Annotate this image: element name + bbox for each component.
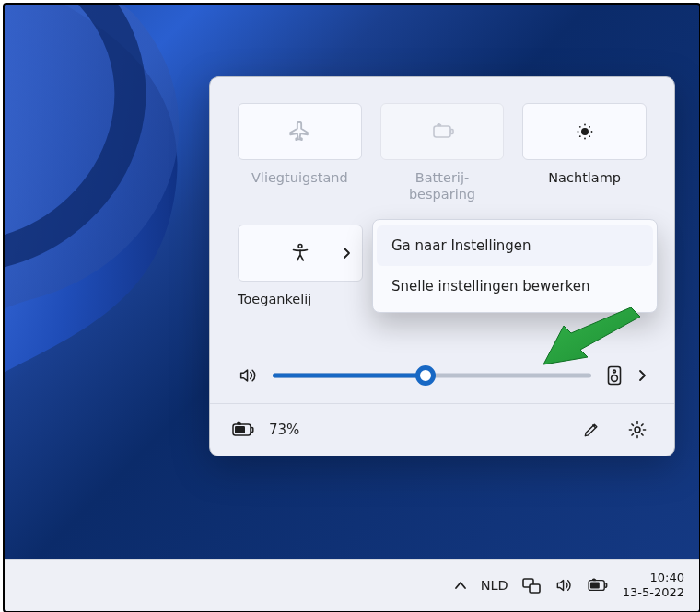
svg-rect-0 xyxy=(434,126,450,137)
tile-battery-saver: Batterij- besparing xyxy=(380,103,505,202)
tile-night-light: Nachtlamp xyxy=(522,103,647,202)
context-menu-item-go-to-settings[interactable]: Ga naar Instellingen xyxy=(377,225,653,266)
context-menu-item-label: Ga naar Instellingen xyxy=(391,237,531,254)
svg-point-13 xyxy=(613,370,616,373)
edit-button[interactable] xyxy=(575,413,608,446)
airplane-mode-label: Vliegtuigstand xyxy=(251,169,348,186)
audio-output-icon[interactable] xyxy=(606,364,623,387)
tile-airplane-mode: Vliegtuigstand xyxy=(238,103,362,202)
svg-point-7 xyxy=(579,126,581,128)
night-light-toggle[interactable] xyxy=(522,103,647,160)
volume-fill xyxy=(273,374,426,378)
context-menu-item-edit-quick-settings[interactable]: Snelle instellingen bewerken xyxy=(373,266,657,306)
night-light-label: Nachtlamp xyxy=(548,169,621,186)
clock-date: 13-5-2022 xyxy=(623,585,684,600)
svg-point-11 xyxy=(298,245,302,248)
svg-point-8 xyxy=(589,126,590,128)
svg-rect-22 xyxy=(604,583,606,588)
taskbar: NLD xyxy=(5,559,699,611)
svg-point-2 xyxy=(581,129,587,134)
airplane-mode-toggle[interactable] xyxy=(238,103,362,160)
screenshot-frame: Vliegtuigstand Batterij- besparing xyxy=(3,3,700,612)
context-menu: Ga naar Instellingen Snelle instellingen… xyxy=(372,219,658,313)
speaker-icon[interactable] xyxy=(238,365,258,386)
svg-rect-16 xyxy=(251,428,253,433)
svg-point-3 xyxy=(584,124,586,126)
svg-rect-1 xyxy=(450,130,453,134)
volume-thumb[interactable] xyxy=(415,365,436,386)
svg-rect-20 xyxy=(530,584,540,593)
annotation-arrow xyxy=(536,307,647,366)
battery-saver-toggle[interactable] xyxy=(380,103,505,160)
accessibility-label: Toegankelij xyxy=(238,291,363,307)
svg-point-5 xyxy=(577,131,578,133)
airplane-icon xyxy=(287,120,311,144)
context-menu-item-label: Snelle instellingen bewerken xyxy=(391,278,590,294)
battery-saver-label: Batterij- besparing xyxy=(409,169,475,202)
taskbar-clock[interactable]: 10:40 13-5-2022 xyxy=(623,571,684,601)
settings-button[interactable] xyxy=(621,413,654,446)
volume-slider[interactable] xyxy=(273,365,591,386)
clock-time: 10:40 xyxy=(650,571,684,585)
battery-tray-icon[interactable] xyxy=(586,577,610,594)
tray-overflow-chevron[interactable] xyxy=(453,579,468,592)
night-light-icon xyxy=(574,121,596,143)
svg-point-6 xyxy=(590,131,592,133)
battery-saver-icon xyxy=(428,121,456,142)
network-icon[interactable] xyxy=(521,576,542,595)
battery-percent-label: 73% xyxy=(269,421,299,438)
chevron-right-icon[interactable] xyxy=(637,368,647,383)
accessibility-button[interactable] xyxy=(238,225,363,282)
svg-point-4 xyxy=(584,138,586,140)
accessibility-icon xyxy=(289,242,311,264)
gear-icon xyxy=(627,420,648,440)
svg-rect-23 xyxy=(590,582,600,588)
svg-point-18 xyxy=(635,427,640,433)
svg-point-10 xyxy=(589,135,590,137)
chevron-right-icon xyxy=(342,247,351,260)
quick-settings-panel: Vliegtuigstand Batterij- besparing xyxy=(209,76,675,456)
volume-tray-icon[interactable] xyxy=(554,576,573,595)
quick-settings-footer: 73% xyxy=(210,403,674,456)
pencil-icon xyxy=(582,421,601,439)
svg-point-14 xyxy=(612,375,618,382)
svg-rect-17 xyxy=(235,426,245,433)
language-indicator[interactable]: NLD xyxy=(481,578,508,593)
battery-charging-icon[interactable] xyxy=(230,421,256,439)
tile-accessibility: Toegankelij xyxy=(238,225,363,307)
svg-point-9 xyxy=(579,135,581,137)
